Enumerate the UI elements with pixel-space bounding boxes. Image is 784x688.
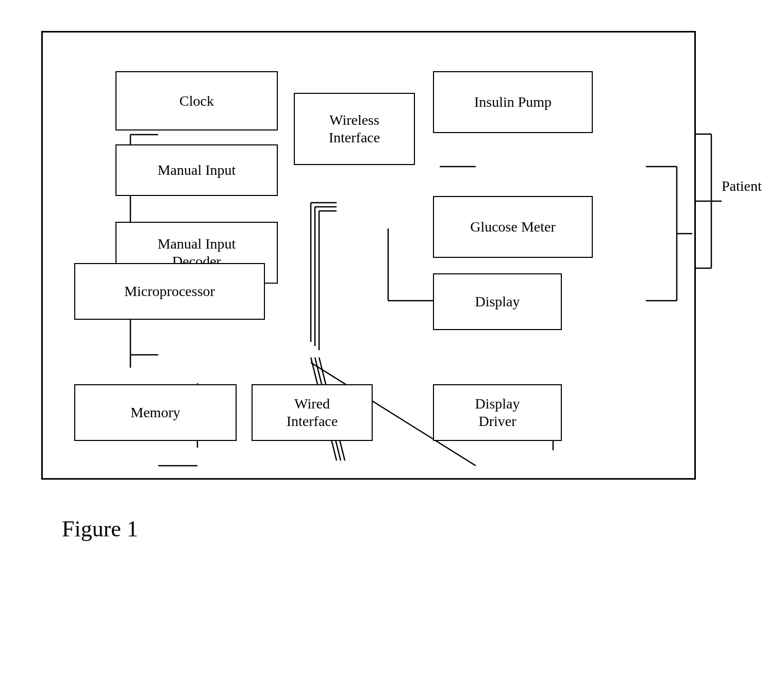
manual-input-label: Manual Input: [158, 161, 236, 179]
memory-box: Memory: [74, 384, 237, 441]
wireless-interface-box: WirelessInterface: [294, 93, 415, 165]
insulin-pump-box: Insulin Pump: [433, 71, 593, 133]
microprocessor-box: Microprocessor: [74, 263, 265, 320]
patient-label: Patient: [722, 178, 762, 194]
figure-label: Figure 1: [62, 516, 138, 542]
page: Clock Manual Input Manual InputDecoder M…: [0, 0, 784, 688]
wired-interface-label: WiredInterface: [287, 395, 338, 430]
display-label: Display: [475, 293, 520, 310]
glucose-meter-box: Glucose Meter: [433, 196, 593, 258]
display-driver-box: DisplayDriver: [433, 384, 562, 441]
glucose-meter-label: Glucose Meter: [470, 218, 556, 236]
display-driver-label: DisplayDriver: [475, 395, 520, 430]
memory-label: Memory: [130, 404, 180, 421]
wireless-interface-label: WirelessInterface: [329, 111, 380, 146]
manual-input-box: Manual Input: [115, 144, 278, 196]
clock-box: Clock: [115, 71, 278, 130]
display-box: Display: [433, 273, 562, 330]
wired-interface-box: WiredInterface: [252, 384, 373, 441]
microprocessor-label: Microprocessor: [124, 283, 215, 300]
insulin-pump-label: Insulin Pump: [474, 93, 552, 111]
clock-label: Clock: [179, 92, 214, 110]
